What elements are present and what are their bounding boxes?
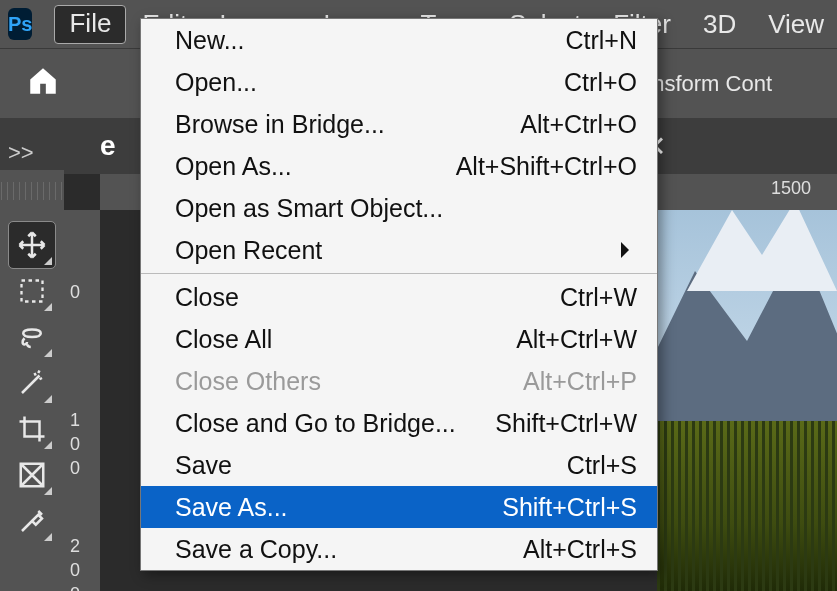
ruler-stub [1, 182, 63, 200]
menu-item-label: Close Others [175, 367, 321, 396]
menu-item-shortcut: Shift+Ctrl+S [502, 493, 637, 522]
menu-item-shortcut: Ctrl+S [567, 451, 637, 480]
menu-item-label: Close and Go to Bridge... [175, 409, 456, 438]
menu-item-shortcut: Alt+Ctrl+O [520, 110, 637, 139]
menu-item-browse-in-bridge[interactable]: Browse in Bridge...Alt+Ctrl+O [141, 103, 657, 145]
ruler-tick: 2 [70, 536, 80, 557]
ruler-tick: 1 [70, 410, 80, 431]
crop-tool[interactable] [9, 406, 55, 452]
menu-item-label: Open Recent [175, 236, 322, 265]
ruler-tick: 1500 [771, 178, 811, 199]
home-icon[interactable] [26, 64, 60, 104]
menu-item-label: Close [175, 283, 239, 312]
menu-item-shortcut: Ctrl+N [565, 26, 637, 55]
menu-item-shortcut: Alt+Ctrl+S [523, 535, 637, 564]
menu-item-label: Save [175, 451, 232, 480]
document-image[interactable] [657, 210, 837, 591]
menu-item-shortcut: Alt+Shift+Ctrl+O [456, 152, 637, 181]
menu-item-open[interactable]: Open...Ctrl+O [141, 61, 657, 103]
ruler-tick: 0 [70, 282, 80, 303]
menu-item-new[interactable]: New...Ctrl+N [141, 19, 657, 61]
active-tab-name-fragment: e [100, 130, 116, 162]
ruler-tick: 0 [70, 560, 80, 581]
menu-item-label: Save a Copy... [175, 535, 337, 564]
ruler-tick: 0 [70, 584, 80, 591]
menu-item-close[interactable]: CloseCtrl+W [141, 276, 657, 318]
menu-item-close-all[interactable]: Close AllAlt+Ctrl+W [141, 318, 657, 360]
menu-item-file[interactable]: File [54, 5, 126, 44]
menu-item-close-and-go-to-bridge[interactable]: Close and Go to Bridge...Shift+Ctrl+W [141, 402, 657, 444]
menu-item-shortcut: Alt+Ctrl+P [523, 367, 637, 396]
submenu-arrow-icon [621, 242, 637, 258]
menu-item-close-others: Close OthersAlt+Ctrl+P [141, 360, 657, 402]
tools-panel [0, 170, 64, 591]
menu-item-shortcut: Alt+Ctrl+W [516, 325, 637, 354]
menu-separator [141, 273, 657, 274]
menu-item-view[interactable]: View [752, 5, 837, 44]
menu-item-open-recent[interactable]: Open Recent [141, 229, 657, 271]
file-menu-dropdown: New...Ctrl+NOpen...Ctrl+OBrowse in Bridg… [140, 18, 658, 571]
svg-rect-0 [22, 281, 43, 302]
ruler-tick: 0 [70, 434, 80, 455]
wand-tool[interactable] [9, 360, 55, 406]
menu-item-shortcut: Shift+Ctrl+W [495, 409, 637, 438]
marquee-tool[interactable] [9, 268, 55, 314]
menu-item-open-as-smart-object[interactable]: Open as Smart Object... [141, 187, 657, 229]
frame-tool[interactable] [9, 452, 55, 498]
menu-item-save-a-copy[interactable]: Save a Copy...Alt+Ctrl+S [141, 528, 657, 570]
menu-item-label: New... [175, 26, 244, 55]
ruler-tick: 0 [70, 458, 80, 479]
collapse-panels-icon[interactable]: >> [8, 140, 34, 166]
eyedropper-tool[interactable] [9, 498, 55, 544]
menu-item-save-as[interactable]: Save As...Shift+Ctrl+S [141, 486, 657, 528]
menu-item-label: Open as Smart Object... [175, 194, 443, 223]
menu-item-label: Save As... [175, 493, 288, 522]
menu-item-label: Open As... [175, 152, 292, 181]
move-tool[interactable] [9, 222, 55, 268]
menu-item-open-as[interactable]: Open As...Alt+Shift+Ctrl+O [141, 145, 657, 187]
menu-item-shortcut: Ctrl+W [560, 283, 637, 312]
app-logo[interactable]: Ps [8, 8, 32, 40]
menu-item-3d[interactable]: 3D [687, 5, 752, 44]
ruler-vertical: 0100200 [64, 210, 100, 591]
menu-item-save[interactable]: SaveCtrl+S [141, 444, 657, 486]
menu-item-label: Browse in Bridge... [175, 110, 385, 139]
lasso-tool[interactable] [9, 314, 55, 360]
menu-item-label: Open... [175, 68, 257, 97]
menu-item-shortcut: Ctrl+O [564, 68, 637, 97]
menu-item-label: Close All [175, 325, 272, 354]
